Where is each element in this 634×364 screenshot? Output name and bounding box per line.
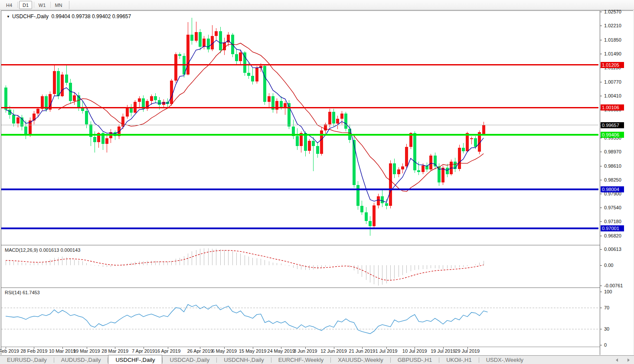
price-axis-tick: 0.97180 <box>604 219 621 224</box>
rsi-panel[interactable] <box>1 289 600 347</box>
tab-scroll-left-icon[interactable] <box>616 358 618 362</box>
macd-panel[interactable] <box>1 246 600 287</box>
rsi-axis-tick: 70 <box>604 305 609 310</box>
mt4-window: H4D1W1MN ▼USDCHF-,Daily 0.99404 0.99738 … <box>0 0 634 364</box>
axis-tick-mark <box>600 265 602 266</box>
price-axis-tick: 0.98250 <box>604 177 621 182</box>
ohlc-close: 0.99657 <box>112 13 131 20</box>
date-axis-label: 26 Apr 2019 <box>187 348 213 354</box>
axis-tick-mark <box>600 236 602 236</box>
price-axis-tick: 1.00770 <box>604 79 621 84</box>
date-axis-label: 6 May 2019 <box>212 348 237 354</box>
rsi-axis-tick: 0 <box>604 342 607 348</box>
axis-tick-mark <box>600 54 602 54</box>
axis-tick-mark <box>600 329 602 329</box>
chart-title: ▼USDCHF-,Daily 0.99404 0.99738 0.99402 0… <box>7 13 131 20</box>
level-price-tag: 1.01205 <box>601 62 624 68</box>
date-axis-label: 3 Jun 2019 <box>294 348 317 354</box>
axis-tick-mark <box>600 40 602 40</box>
symbol-dropdown-icon[interactable]: ▼ <box>7 15 10 19</box>
axis-tick-mark <box>600 208 602 208</box>
date-axis-label: 28 Mar 2019 <box>101 348 128 354</box>
rsi-chart-svg[interactable] <box>1 289 600 347</box>
date-axis-label: 21 Jun 2019 <box>349 348 376 354</box>
tab-scroll-right-icon[interactable] <box>627 358 630 362</box>
chart-tab-bar: EURUSD-,DailyAUDUSD-,DailyUSDCHF-,DailyU… <box>0 355 634 364</box>
chart-symbol: USDCHF-,Daily <box>12 13 49 20</box>
price-axis-tick: 0.96820 <box>604 233 621 238</box>
axis-tick-mark <box>600 180 602 180</box>
date-axis-label: 15 May 2019 <box>239 348 267 354</box>
price-axis-tick: 0.98610 <box>604 163 621 169</box>
date-axis-label: 1 Jul 2019 <box>376 348 398 354</box>
rsi-axis-tick: 100 <box>604 289 612 294</box>
date-axis-label: 12 Jun 2019 <box>320 348 347 354</box>
chart-tab-usdcad-daily[interactable]: USDCAD-,Daily <box>163 356 216 364</box>
date-axis-label: 29 Jul 2019 <box>455 348 480 354</box>
level-price-tag: 0.98004 <box>601 186 624 192</box>
axis-tick-mark <box>600 249 602 250</box>
chart-tab-ukoil-h1[interactable]: UKOil-,H1 <box>439 356 479 364</box>
timeframe-button-w1[interactable]: W1 <box>36 1 49 9</box>
chart-tab-audusd-daily[interactable]: AUDUSD-,Daily <box>54 356 108 364</box>
date-axis-label: 7 Apr 2019 <box>132 348 155 354</box>
timeframe-button-h4[interactable]: H4 <box>3 1 16 9</box>
date-axis-label: 16 Apr 2019 <box>155 348 180 354</box>
macd-axis-tick: -0.00761 <box>604 283 623 288</box>
timeframe-separator <box>34 2 34 8</box>
price-axis-tick: 1.02570 <box>604 9 621 14</box>
price-axis-tick: 1.00410 <box>604 93 621 98</box>
rsi-value: 61.7453 <box>23 290 40 295</box>
axis-tick-mark <box>600 12 602 12</box>
axis-tick-mark <box>600 82 602 82</box>
chart-window[interactable]: ▼USDCHF-,Daily 0.99404 0.99738 0.99402 0… <box>1 10 633 355</box>
toolbar-separator <box>69 1 69 9</box>
current-price-tag: 0.99657 <box>601 122 624 128</box>
macd-axis-tick: 0.00613 <box>604 247 621 252</box>
rsi-title: RSI(14) 61.7453 <box>5 290 40 295</box>
date-axis-label: 19 Jul 2019 <box>431 348 455 354</box>
ohlc-open: 0.99404 <box>52 13 70 20</box>
timeframe-separator <box>17 2 18 8</box>
value-axis-gutter[interactable]: 1.025701.022101.018501.014901.011301.007… <box>600 11 633 355</box>
rsi-axis-tick: 30 <box>604 326 609 332</box>
axis-tick-mark <box>600 345 602 345</box>
macd-title: MACD(12,26,9) 0.001613 0.000143 <box>5 247 80 253</box>
price-axis-tick: 0.98970 <box>604 149 621 154</box>
axis-tick-mark <box>600 286 602 286</box>
timeframe-button-d1[interactable]: D1 <box>19 1 32 9</box>
date-axis-label: 10 Jul 2019 <box>402 348 427 354</box>
macd-chart-svg[interactable] <box>1 246 600 287</box>
date-axis-label: 24 May 2019 <box>267 348 295 354</box>
level-price-tag: 0.99406 <box>601 132 624 138</box>
timeframe-buttons: H4D1W1MN <box>3 1 65 9</box>
price-chart-svg[interactable] <box>1 11 600 245</box>
chart-tabs: EURUSD-,DailyAUDUSD-,DailyUSDCHF-,DailyU… <box>0 356 530 364</box>
axis-tick-mark <box>600 194 602 194</box>
rsi-label: RSI(14) <box>5 290 21 295</box>
date-axis-label: 19 Mar 2019 <box>73 348 100 354</box>
axis-tick-mark <box>600 96 602 96</box>
date-axis-label: 19 Feb 2019 <box>0 348 19 354</box>
chart-tab-xauusd-weekly[interactable]: XAUUSD-,Weekly <box>331 356 390 364</box>
axis-tick-mark <box>600 308 602 308</box>
price-axis-tick: 0.97540 <box>604 205 621 210</box>
axis-tick-mark <box>600 166 602 166</box>
chart-tab-eurchf-weekly[interactable]: EURCHF-,Weekly <box>271 356 331 364</box>
price-axis-tick: 1.01850 <box>604 37 621 42</box>
price-panel[interactable] <box>1 11 600 245</box>
price-axis-tick: 1.02210 <box>604 23 621 28</box>
level-price-tag: 0.97001 <box>601 225 624 231</box>
chart-tab-usdchf-daily[interactable]: USDCHF-,Daily <box>108 355 162 364</box>
timeframe-button-mn[interactable]: MN <box>52 1 65 9</box>
axis-tick-mark <box>600 221 602 222</box>
chart-tab-usdx-weekly[interactable]: USDX-,Weekly <box>479 356 530 364</box>
axis-tick-mark <box>600 292 602 292</box>
chart-tab-gbpusd-h1[interactable]: GBPUSD-,H1 <box>391 356 439 364</box>
timeframe-toolbar: H4D1W1MN <box>0 0 634 10</box>
date-axis[interactable]: 19 Feb 201928 Feb 201910 Mar 201919 Mar … <box>1 347 600 355</box>
chart-tab-usdcnh-daily[interactable]: USDCNH-,Daily <box>217 356 271 364</box>
macd-value-signal: 0.000143 <box>60 247 80 253</box>
axis-tick-mark <box>600 152 602 152</box>
chart-tab-eurusd-daily[interactable]: EURUSD-,Daily <box>0 356 54 364</box>
